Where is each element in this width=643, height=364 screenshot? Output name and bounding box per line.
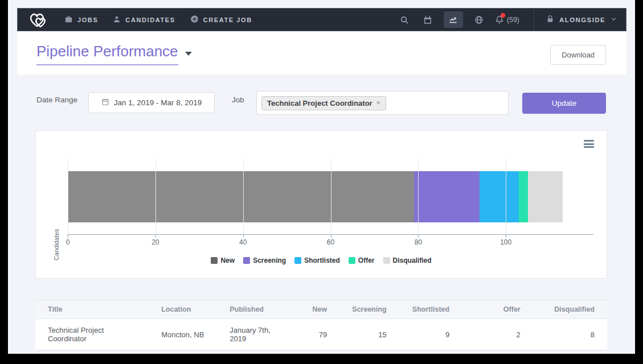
cell-offer: 2 — [462, 319, 533, 350]
bell-icon — [495, 15, 504, 24]
legend-label: Screening — [253, 257, 286, 264]
x-tick-mark — [155, 235, 156, 238]
job-chip-label: Technical Project Coordinator — [267, 99, 372, 107]
legend-item-disqualified[interactable]: Disqualified — [383, 257, 432, 264]
report-selector[interactable]: Pipeline Performance — [36, 43, 192, 65]
legend-item-screening[interactable]: Screening — [243, 257, 286, 264]
col-published: Published — [217, 300, 294, 319]
chart-plot: 020406080100 — [68, 159, 593, 235]
calendar-glyph-icon — [101, 98, 109, 107]
legend-swatch-icon — [211, 257, 218, 264]
legend-label: Offer — [358, 257, 375, 264]
calendar-icon[interactable] — [420, 13, 435, 27]
nav-create-job-label: CREATE JOB — [203, 16, 252, 23]
x-tick-label: 100 — [500, 238, 511, 246]
bar-segment-disqualified — [528, 171, 563, 222]
nav-candidates-label: CANDIDATES — [125, 16, 175, 23]
nav-jobs-label: JOBS — [77, 16, 98, 23]
col-title: Title — [35, 300, 149, 319]
col-location: Location — [149, 300, 217, 319]
cell-published: January 7th, 2019 — [217, 319, 294, 350]
bar-segment-offer — [519, 171, 527, 222]
job-select-input[interactable]: Technical Project Coordinator × — [256, 91, 509, 115]
update-button[interactable]: Update — [522, 93, 606, 114]
date-range-value: Jan 1, 2019 - Mar 8, 2019 — [114, 98, 202, 107]
legend-swatch-icon — [349, 257, 355, 264]
user-icon — [113, 15, 121, 24]
legend-swatch-icon — [243, 257, 250, 264]
chart-context-menu-button[interactable] — [584, 140, 594, 148]
chevron-down-icon — [611, 16, 617, 23]
gridline — [506, 159, 506, 235]
cell-location: Moncton, NB — [149, 319, 217, 350]
y-axis-label: Candidates — [53, 229, 60, 260]
line-chart-icon[interactable] — [444, 11, 463, 28]
search-icon[interactable] — [397, 13, 412, 27]
account-menu[interactable]: ALONGSIDE — [546, 15, 617, 24]
legend-label: New — [220, 257, 235, 264]
col-screening: Screening — [339, 300, 399, 319]
col-shortlisted: Shortlisted — [399, 300, 462, 319]
x-tick-mark — [331, 235, 331, 238]
app-window: JOBS CANDIDATES — [8, 0, 635, 354]
nav-jobs[interactable]: JOBS — [64, 15, 98, 24]
x-tick-label: 40 — [239, 238, 247, 246]
page-title: Pipeline Performance — [36, 43, 178, 65]
legend-label: Shortlisted — [304, 257, 340, 264]
download-button[interactable]: Download — [550, 45, 606, 65]
cell-new: 79 — [294, 319, 339, 350]
plus-circle-icon — [190, 15, 199, 24]
briefcase-icon — [64, 15, 73, 24]
col-new: New — [294, 300, 339, 319]
screenshot-frame: JOBS CANDIDATES — [0, 0, 643, 364]
pipeline-chart-card: Candidates 020406080100 NewScreeningShor… — [35, 130, 607, 279]
bar-segment-shortlisted — [480, 171, 519, 222]
x-tick-mark — [418, 235, 419, 238]
navbar-divider — [534, 8, 534, 31]
alongside-logo[interactable] — [27, 9, 50, 31]
nav-candidates[interactable]: CANDIDATES — [113, 15, 175, 24]
bar-segment-new — [68, 171, 414, 222]
table-row: Technical Project Coordinator Moncton, N… — [35, 319, 607, 350]
job-chip: Technical Project Coordinator × — [261, 96, 386, 110]
col-offer: Offer — [462, 300, 533, 319]
pipeline-table: Title Location Published New Screening S… — [35, 300, 607, 350]
x-tick-label: 80 — [415, 238, 422, 246]
cell-disqualified: 8 — [533, 319, 607, 350]
top-navbar: JOBS CANDIDATES — [17, 8, 626, 31]
legend-item-new[interactable]: New — [211, 257, 235, 264]
x-tick-label: 60 — [327, 238, 334, 246]
account-name: ALONGSIDE — [559, 16, 605, 23]
bar-segment-screening — [414, 171, 480, 222]
cell-shortlisted: 9 — [399, 319, 462, 350]
notification-count: (59) — [507, 16, 519, 24]
gridline — [331, 159, 331, 235]
gridline — [243, 159, 244, 235]
cell-title: Technical Project Coordinator — [35, 319, 149, 350]
legend-item-shortlisted[interactable]: Shortlisted — [294, 257, 340, 264]
chart-legend: NewScreeningShortlistedOfferDisqualified — [36, 257, 607, 264]
legend-swatch-icon — [294, 257, 301, 264]
job-label: Job — [232, 96, 244, 104]
page-header: Pipeline Performance Download — [17, 31, 626, 75]
x-tick-label: 0 — [66, 238, 70, 246]
notifications-button[interactable]: (59) — [495, 15, 519, 24]
hearts-logo-icon — [27, 9, 50, 31]
gridline — [155, 159, 156, 235]
legend-swatch-icon — [383, 257, 390, 264]
lock-icon — [546, 15, 554, 24]
legend-item-offer[interactable]: Offer — [349, 257, 375, 264]
date-range-label: Date Range — [36, 96, 77, 104]
x-tick-mark — [243, 235, 244, 238]
legend-label: Disqualified — [393, 257, 432, 264]
notification-dot — [501, 13, 505, 18]
date-range-input[interactable]: Jan 1, 2019 - Mar 8, 2019 — [88, 92, 215, 113]
gridline — [68, 159, 68, 235]
globe-icon[interactable] — [472, 13, 486, 27]
cell-screening: 15 — [339, 319, 399, 350]
chip-remove-icon[interactable]: × — [376, 99, 380, 107]
col-disqualified: Disqualified — [533, 300, 607, 319]
x-tick-label: 20 — [151, 238, 159, 246]
table-header-row: Title Location Published New Screening S… — [35, 300, 607, 319]
nav-create-job[interactable]: CREATE JOB — [190, 15, 252, 24]
